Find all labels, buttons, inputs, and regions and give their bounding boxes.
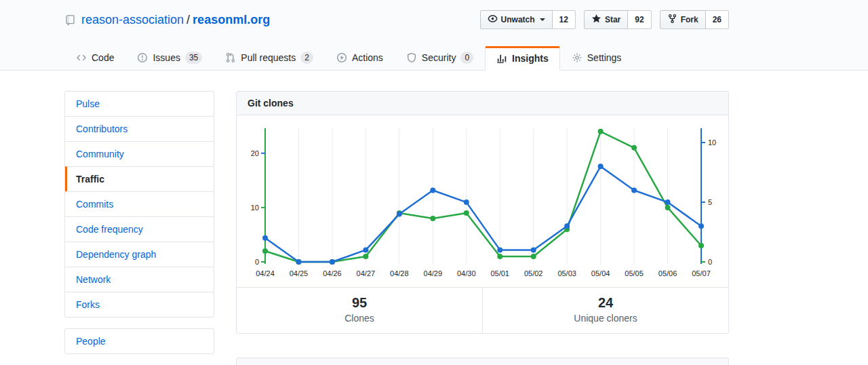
svg-text:04/27: 04/27 bbox=[357, 269, 376, 277]
tab-issues[interactable]: Issues35 bbox=[125, 46, 214, 70]
play-icon bbox=[336, 52, 347, 63]
sidebar-item-dependency-graph[interactable]: Dependency graph bbox=[65, 242, 214, 267]
fork-count[interactable]: 26 bbox=[706, 10, 729, 29]
issue-icon bbox=[137, 52, 148, 63]
dropdown-caret-icon bbox=[540, 18, 545, 24]
svg-text:04/24: 04/24 bbox=[256, 269, 275, 277]
repo-tab-nav: CodeIssues35Pull requests2ActionsSecurit… bbox=[64, 46, 729, 70]
sidebar-item-community[interactable]: Community bbox=[65, 141, 214, 166]
unwatch-button[interactable]: Unwatch bbox=[480, 10, 553, 29]
sidebar-item-network[interactable]: Network bbox=[65, 267, 214, 292]
tab-settings[interactable]: Settings bbox=[560, 46, 633, 70]
stat-value: 95 bbox=[237, 295, 482, 311]
shield-icon bbox=[406, 52, 417, 63]
fork-button[interactable]: Fork bbox=[660, 10, 706, 29]
repo-social-buttons: Unwatch12Star92Fork26 bbox=[480, 10, 729, 29]
tab-pull-requests[interactable]: Pull requests2 bbox=[214, 46, 325, 70]
eye-icon bbox=[488, 14, 498, 26]
star-button-group: Star92 bbox=[584, 10, 652, 29]
graph-icon bbox=[496, 53, 507, 64]
stat-clones: 95Clones bbox=[237, 288, 482, 333]
tab-counter: 0 bbox=[460, 52, 473, 64]
stat-unique-cloners: 24Unique cloners bbox=[482, 288, 728, 333]
pr-icon bbox=[225, 52, 236, 63]
sidebar-item-contributors[interactable]: Contributors bbox=[65, 116, 214, 141]
fork-button-group: Fork26 bbox=[660, 10, 729, 29]
stat-label: Unique cloners bbox=[483, 313, 728, 324]
svg-text:05/06: 05/06 bbox=[658, 269, 677, 277]
repo-owner-link[interactable]: reason-association bbox=[81, 13, 184, 26]
svg-text:05/02: 05/02 bbox=[524, 269, 543, 277]
visitors-panel: Visitors bbox=[236, 358, 729, 365]
visitors-title: Visitors bbox=[237, 358, 728, 365]
git-clones-chart-area: 01020051004/2404/2504/2604/2704/2804/290… bbox=[237, 115, 728, 287]
sidebar-item-commits[interactable]: Commits bbox=[65, 191, 214, 216]
clones-stats-row: 95Clones24Unique cloners bbox=[237, 287, 728, 333]
repo-book-icon bbox=[64, 14, 76, 26]
svg-text:10: 10 bbox=[708, 138, 716, 147]
svg-text:05/03: 05/03 bbox=[557, 269, 576, 277]
fork-icon bbox=[667, 14, 677, 26]
unwatch-count[interactable]: 12 bbox=[553, 10, 576, 29]
sidebar-item-pulse[interactable]: Pulse bbox=[65, 92, 214, 116]
gear-icon bbox=[572, 52, 583, 63]
git-clones-panel: Git clones 01020051004/2404/2504/2604/27… bbox=[236, 91, 729, 334]
svg-text:05/01: 05/01 bbox=[490, 269, 509, 277]
stat-value: 24 bbox=[483, 295, 728, 311]
insights-menu: PulseContributorsCommunityTrafficCommits… bbox=[64, 91, 214, 318]
repo-name-link[interactable]: reasonml.org bbox=[193, 13, 270, 26]
svg-text:04/29: 04/29 bbox=[424, 269, 443, 277]
sidebar-item-people[interactable]: People bbox=[65, 329, 214, 353]
svg-text:04/26: 04/26 bbox=[323, 269, 342, 277]
svg-text:04/28: 04/28 bbox=[390, 269, 409, 277]
repo-separator: / bbox=[184, 13, 193, 26]
svg-text:05/04: 05/04 bbox=[591, 269, 610, 277]
repo-title: reason-association/reasonml.org bbox=[81, 10, 270, 29]
unwatch-button-group: Unwatch12 bbox=[480, 10, 576, 29]
star-count[interactable]: 92 bbox=[628, 10, 651, 29]
sidebar-item-code-frequency[interactable]: Code frequency bbox=[65, 216, 214, 242]
tab-insights[interactable]: Insights bbox=[485, 46, 560, 71]
star-button[interactable]: Star bbox=[584, 10, 628, 29]
svg-text:05/07: 05/07 bbox=[692, 269, 711, 277]
svg-text:0: 0 bbox=[255, 258, 259, 266]
svg-text:20: 20 bbox=[251, 149, 259, 157]
code-icon bbox=[76, 52, 87, 63]
tab-code[interactable]: Code bbox=[64, 46, 125, 70]
svg-text:5: 5 bbox=[708, 198, 712, 206]
people-menu: People bbox=[64, 328, 214, 354]
tab-counter: 2 bbox=[300, 52, 313, 64]
tab-actions[interactable]: Actions bbox=[325, 46, 395, 70]
star-icon bbox=[591, 14, 601, 26]
svg-text:05/05: 05/05 bbox=[625, 269, 644, 277]
sidebar-item-traffic[interactable]: Traffic bbox=[65, 166, 214, 191]
svg-text:04/25: 04/25 bbox=[290, 269, 309, 277]
clones-line-chart: 01020051004/2404/2504/2604/2704/2804/290… bbox=[237, 115, 730, 287]
svg-text:0: 0 bbox=[708, 258, 712, 266]
svg-text:10: 10 bbox=[251, 204, 259, 212]
traffic-main: Git clones 01020051004/2404/2504/2604/27… bbox=[236, 91, 729, 365]
sidebar-item-forks[interactable]: Forks bbox=[65, 292, 214, 317]
page-content: PulseContributorsCommunityTrafficCommits… bbox=[64, 91, 729, 365]
tab-security[interactable]: Security0 bbox=[395, 46, 485, 70]
repo-header: reason-association/reasonml.org Unwatch1… bbox=[0, 0, 868, 71]
svg-text:04/30: 04/30 bbox=[457, 269, 476, 277]
tab-counter: 35 bbox=[185, 52, 202, 64]
insights-sidebar: PulseContributorsCommunityTrafficCommits… bbox=[64, 91, 214, 365]
stat-label: Clones bbox=[237, 313, 482, 324]
git-clones-title: Git clones bbox=[237, 92, 728, 115]
